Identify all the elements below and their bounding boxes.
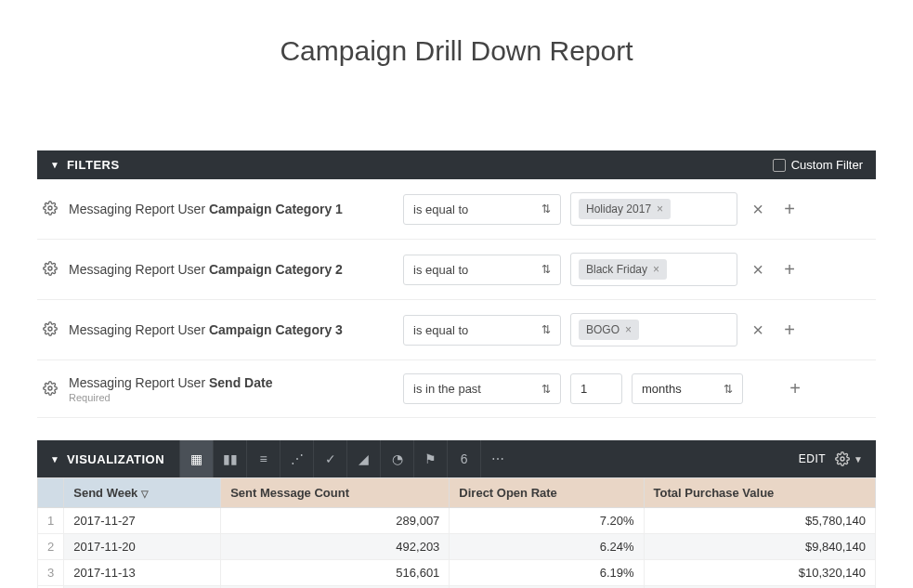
filter-value-box[interactable]: Black Friday× bbox=[570, 253, 737, 286]
filter-unit-select[interactable]: months⇅ bbox=[632, 373, 743, 404]
filter-label: Messaging Report User Send Date Required bbox=[69, 375, 394, 403]
filter-tag-label: Black Friday bbox=[586, 263, 647, 276]
remove-tag-icon[interactable]: × bbox=[657, 203, 663, 216]
sort-icon: ⇅ bbox=[541, 263, 551, 276]
filters-header-bar[interactable]: ▼ FILTERS Custom Filter bbox=[37, 150, 876, 179]
gear-icon[interactable] bbox=[43, 261, 59, 278]
column-header[interactable]: Sent Message Count bbox=[221, 478, 450, 508]
filter-value-box[interactable]: BOGO× bbox=[570, 313, 737, 346]
chevron-down-icon: ▼ bbox=[854, 454, 863, 464]
cell-open: 6.24% bbox=[450, 534, 644, 560]
remove-tag-icon[interactable]: × bbox=[625, 323, 632, 336]
svg-point-0 bbox=[48, 206, 52, 210]
viz-type-map-icon[interactable]: ⚑ bbox=[413, 440, 447, 477]
filters-header-label: FILTERS bbox=[67, 158, 120, 172]
filter-label: Messaging Report User Campaign Category … bbox=[69, 322, 394, 337]
cell-open: 7.20% bbox=[450, 508, 644, 534]
viz-type-line-icon[interactable]: ✓ bbox=[313, 440, 346, 477]
filter-tag[interactable]: Holiday 2017× bbox=[579, 199, 671, 219]
filter-tag-label: BOGO bbox=[586, 323, 620, 336]
results-table: Send Week▽Sent Message CountDirect Open … bbox=[37, 477, 876, 588]
column-header[interactable]: Send Week▽ bbox=[64, 478, 221, 508]
gear-icon[interactable] bbox=[43, 321, 59, 338]
cell-week: 2017-11-13 bbox=[64, 560, 221, 586]
gear-icon[interactable] bbox=[43, 381, 59, 398]
viz-type-more-icon[interactable]: ⋯ bbox=[480, 440, 514, 477]
cell-sent: 289,007 bbox=[221, 508, 450, 534]
cell-total: $9,840,140 bbox=[644, 534, 875, 560]
filter-row: Messaging Report User Campaign Category … bbox=[37, 179, 876, 240]
filter-operator-select[interactable]: is equal to⇅ bbox=[403, 315, 561, 346]
cell-total: $5,780,140 bbox=[644, 508, 875, 534]
cell-sent: 516,601 bbox=[221, 560, 450, 586]
viz-type-column-icon[interactable]: ▮▮ bbox=[213, 440, 246, 477]
filter-label: Messaging Report User Campaign Category … bbox=[69, 262, 394, 277]
filter-row: Messaging Report User Campaign Category … bbox=[37, 240, 876, 300]
svg-point-2 bbox=[48, 327, 52, 331]
cell-open: 6.19% bbox=[450, 560, 644, 586]
table-row: 1 2017-11-27 289,007 7.20% $5,780,140 bbox=[38, 508, 876, 534]
viz-type-single-icon[interactable]: 6 bbox=[447, 440, 480, 477]
viz-type-area-icon[interactable]: ◢ bbox=[346, 440, 380, 477]
viz-type-table-icon[interactable]: ▦ bbox=[179, 440, 213, 477]
row-number: 3 bbox=[38, 560, 64, 586]
viz-type-scatter-icon[interactable]: ⋰ bbox=[280, 440, 313, 477]
cell-week: 2017-11-27 bbox=[64, 508, 221, 534]
svg-point-3 bbox=[48, 386, 52, 390]
filter-operator-select[interactable]: is in the past⇅ bbox=[403, 373, 561, 404]
edit-button[interactable]: EDIT bbox=[799, 452, 826, 465]
caret-down-icon: ▼ bbox=[50, 454, 59, 464]
viz-type-row-icon[interactable]: ≡ bbox=[246, 440, 280, 477]
required-label: Required bbox=[69, 392, 394, 403]
column-header[interactable]: Total Purchase Value bbox=[644, 478, 875, 508]
column-header[interactable]: Direct Open Rate bbox=[450, 478, 644, 508]
remove-filter-button[interactable]: × bbox=[747, 320, 769, 341]
cell-week: 2017-11-20 bbox=[64, 534, 221, 560]
remove-filter-button[interactable]: × bbox=[747, 199, 769, 220]
add-filter-button[interactable]: + bbox=[778, 259, 801, 281]
row-number: 2 bbox=[38, 534, 64, 560]
remove-filter-button[interactable]: × bbox=[747, 259, 769, 281]
sort-desc-icon: ▽ bbox=[141, 489, 149, 499]
cell-sent: 492,203 bbox=[221, 534, 450, 560]
sort-icon: ⇅ bbox=[724, 383, 733, 396]
filter-tag[interactable]: Black Friday× bbox=[579, 259, 667, 280]
gear-icon[interactable] bbox=[43, 201, 59, 217]
add-filter-button[interactable]: + bbox=[778, 199, 801, 220]
visualization-header-bar[interactable]: ▼ VISUALIZATION ▦▮▮≡⋰✓◢◔⚑6⋯ EDIT ▼ bbox=[37, 440, 876, 477]
visualization-header-label: VISUALIZATION bbox=[67, 452, 164, 466]
filter-operator-select[interactable]: is equal to⇅ bbox=[403, 255, 561, 285]
viz-type-pie-icon[interactable]: ◔ bbox=[380, 440, 413, 477]
sort-icon: ⇅ bbox=[541, 203, 551, 216]
cell-total: $10,320,140 bbox=[644, 560, 875, 586]
svg-point-4 bbox=[841, 457, 844, 461]
sort-icon: ⇅ bbox=[541, 383, 551, 396]
filter-row: Messaging Report User Send Date Required… bbox=[37, 360, 876, 418]
page-title: Campaign Drill Down Report bbox=[37, 35, 876, 67]
custom-filter-label: Custom Filter bbox=[791, 158, 863, 172]
add-filter-button[interactable]: + bbox=[784, 378, 806, 399]
filter-value-box[interactable]: Holiday 2017× bbox=[570, 192, 737, 226]
table-row: 3 2017-11-13 516,601 6.19% $10,320,140 bbox=[38, 560, 876, 586]
viz-settings-dropdown[interactable]: ▼ bbox=[835, 451, 863, 466]
filter-tag[interactable]: BOGO× bbox=[579, 320, 639, 340]
caret-down-icon: ▼ bbox=[50, 160, 59, 170]
filter-number-input[interactable]: 1 bbox=[570, 373, 622, 404]
filter-label: Messaging Report User Campaign Category … bbox=[69, 202, 394, 216]
filter-operator-select[interactable]: is equal to⇅ bbox=[403, 194, 561, 225]
filter-tag-label: Holiday 2017 bbox=[586, 203, 651, 216]
add-filter-button[interactable]: + bbox=[778, 320, 801, 341]
custom-filter-checkbox[interactable] bbox=[773, 159, 786, 172]
table-row: 2 2017-11-20 492,203 6.24% $9,840,140 bbox=[38, 534, 876, 560]
sort-icon: ⇅ bbox=[541, 323, 551, 336]
remove-tag-icon[interactable]: × bbox=[653, 263, 659, 276]
row-number: 1 bbox=[38, 508, 64, 534]
filter-row: Messaging Report User Campaign Category … bbox=[37, 300, 876, 360]
svg-point-1 bbox=[48, 267, 52, 270]
